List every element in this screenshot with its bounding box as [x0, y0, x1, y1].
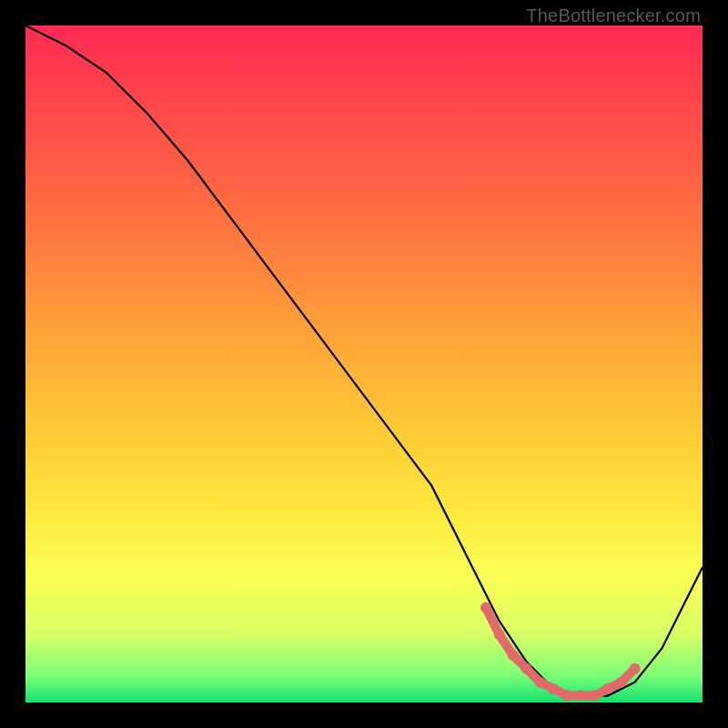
optimal-range-point	[494, 630, 505, 641]
bottleneck-curve	[25, 25, 703, 696]
optimal-range-point	[480, 602, 491, 613]
optimal-range-highlight	[480, 602, 641, 702]
optimal-range-point	[534, 677, 545, 688]
optimal-range-point	[548, 683, 559, 694]
attribution-label: TheBottlenecker.com	[526, 5, 701, 26]
optimal-range-point	[602, 683, 613, 694]
optimal-range-point	[575, 691, 586, 702]
optimal-range-point	[630, 663, 641, 674]
chart-svg	[25, 25, 703, 703]
optimal-range-point	[508, 650, 519, 661]
plot-area	[25, 25, 703, 703]
chart-frame: TheBottlenecker.com	[0, 0, 728, 728]
optimal-range-point	[589, 691, 600, 702]
optimal-range-point	[561, 691, 572, 702]
optimal-range-point	[616, 677, 627, 688]
optimal-range-point	[521, 663, 532, 674]
